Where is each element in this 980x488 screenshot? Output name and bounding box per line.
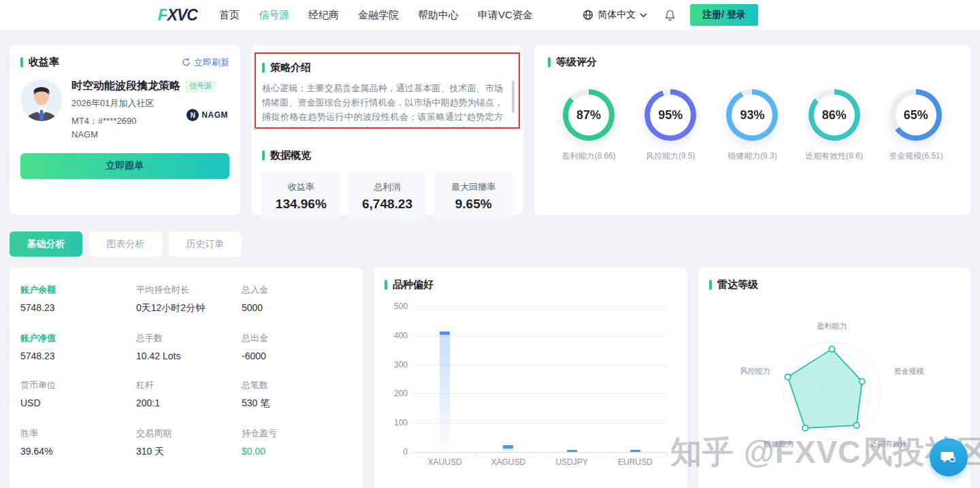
account-stat: 总出金-6000 [242,332,352,361]
account-stat: 平均持仓时长0天12小时2分钟 [136,284,242,314]
radar-axis-label: 稳健能力 [764,440,794,448]
radar-level-title: 雷达等级 [717,278,758,291]
nav-item-帮助中心[interactable]: 帮助中心 [418,9,459,22]
account-stat: 持仓盈亏$0.00 [242,427,352,458]
overview-stat-label: 总利润 [374,181,401,193]
nav-right: 简体中文 注册/ 登录 [583,4,758,26]
rating-title: 等级评分 [556,56,597,69]
rating-ring: 95%风控能力(9.5) [630,89,710,162]
account-stats-card: 账户余额5748.23平均持仓时长0天12小时2分钟总入金5000账户净值574… [10,267,363,488]
account-stat-label: 总入金 [242,284,352,296]
nav-item-金融学院[interactable]: 金融学院 [358,9,399,22]
customer-service-button[interactable] [930,438,968,476]
radar-vertex[interactable] [853,423,859,428]
nagm-logo-icon: N [186,109,199,121]
rating-ring: 86%近期有效性(8.6) [794,89,875,162]
section-accent-bar [20,57,23,67]
radar-vertex[interactable] [829,346,834,352]
rating-ring: 87%盈利能力(8.66) [549,89,629,162]
yield-profile-card: 收益率 立即刷新 [10,45,240,215]
overview-stat-value: 9.65% [455,197,492,212]
account-stat-value: $0.00 [242,446,352,457]
logo-f-icon: F [158,5,167,25]
x-label-XAGUSD: XAGUSD [476,452,540,467]
nav-item-首页[interactable]: 首页 [219,9,240,22]
account-stat-value: 200:1 [136,397,242,408]
strategy-intro-card: 策略介绍 核心逻辑：主要交易贵金属品种，通过基本面、技术面、市场情绪面、资金面综… [251,45,523,215]
account-stat-label: 总出金 [242,332,352,344]
ring-gauge: 95% [644,89,696,141]
tab-历史订单[interactable]: 历史订单 [169,231,242,257]
top-navbar: F XVC 首页信号源经纪商金融学院帮助中心申请VC资金 简体中文 注册/ 登录 [0,0,980,30]
overview-stat-box: 总利润6,748.23 [348,172,427,221]
bar-chart-x-axis: XAUUSDXAGUSDUSDJPYEURUSD [413,452,667,467]
rating-ring: 65%资金规模(6.51) [876,89,956,162]
account-stat-value: USD [20,397,136,408]
account-stat-label: 总笔数 [242,379,352,391]
radar-axis-label: 资金规模 [894,367,924,375]
nav-item-经纪商[interactable]: 经纪商 [308,9,339,22]
refresh-label: 立即刷新 [194,56,229,69]
account-stat-label: 账户余额 [20,284,136,296]
ring-percent: 87% [568,95,609,135]
bar-XAUUSD[interactable] [440,331,450,452]
yield-section-title: 收益率 [29,56,59,69]
overview-stat-label: 收益率 [288,181,314,193]
account-stat: 总手数10.42 Lots [136,332,242,361]
nav-item-申请VC资金[interactable]: 申请VC资金 [478,9,533,22]
strategy-intro-text[interactable]: 核心逻辑：主要交易贵金属品种，通过基本面、技术面、市场情绪面、资金面综合分析行情… [262,81,512,129]
y-tick-label: 400 [394,331,408,340]
tab-基础分析[interactable]: 基础分析 [10,231,82,257]
x-label-EURUSD: EURUSD [604,452,667,467]
overview-stat-box: 最大回撤率9.65% [434,172,512,221]
ring-gauge: 65% [890,89,942,141]
ring-percent: 95% [650,95,691,135]
radar-vertex[interactable] [802,425,808,431]
ring-percent: 65% [896,95,936,135]
x-label-USDJPY: USDJPY [540,452,604,467]
y-tick-label: 300 [394,360,408,370]
account-stat: 账户余额5748.23 [20,284,136,314]
fxvc-logo[interactable]: F XVC [158,5,197,25]
nav-menu: 首页信号源经纪商金融学院帮助中心申请VC资金 [219,9,533,22]
bar-slot-USDJPY [540,306,604,452]
language-selector[interactable]: 简体中文 [583,9,647,21]
bar-chart-y-axis: 0100200300400500 [385,306,413,452]
bar-slot-EURUSD [604,306,667,452]
bar-body [440,335,450,452]
radar-chart: 盈利能力资金规模近期有效性稳健能力风控能力 [709,291,960,475]
strategy-name: 时空动能波段擒龙策略 [71,79,180,93]
tab-图表分析[interactable]: 图表分析 [89,231,162,257]
x-label-XAUUSD: XAUUSD [413,452,476,467]
register-login-button[interactable]: 注册/ 登录 [690,4,758,26]
y-tick-label: 500 [394,302,408,311]
section-accent-bar [385,280,387,290]
strategy-avatar [20,79,63,121]
section-accent-bar [262,150,265,161]
chat-bubble-icon [940,449,958,466]
overview-stats: 收益率134.96%总利润6,748.23最大回撤率9.65% [262,172,512,221]
chevron-down-icon [640,13,647,18]
account-stat: 杠杆200:1 [136,379,242,410]
account-stat-value: 0天12小时2分钟 [136,302,242,314]
follow-now-button[interactable]: 立即跟单 [20,153,229,179]
language-label: 简体中文 [598,9,636,21]
intro-scrollbar-thumb[interactable] [512,80,514,113]
refresh-link[interactable]: 立即刷新 [182,56,229,69]
account-stat-value: 530 笔 [242,397,352,410]
account-stat-label: 交易周期 [136,427,242,440]
logo-text: XVC [167,6,197,25]
radar-vertex[interactable] [785,374,790,380]
account-stat-label: 总手数 [136,332,242,344]
bar-XAGUSD[interactable] [503,445,513,452]
symbol-preference-title: 品种偏好 [393,278,434,291]
notification-bell-icon[interactable] [665,10,675,21]
account-stat-value: 10.42 Lots [136,351,242,361]
y-tick-label: 100 [394,418,408,427]
radar-vertex[interactable] [860,378,865,384]
bar-slot-XAGUSD [476,306,540,452]
account-stat: 交易周期310 天 [136,427,242,458]
ring-percent: 93% [732,95,772,135]
nav-item-信号源[interactable]: 信号源 [259,9,289,22]
broker-name: NAGM [71,129,216,140]
